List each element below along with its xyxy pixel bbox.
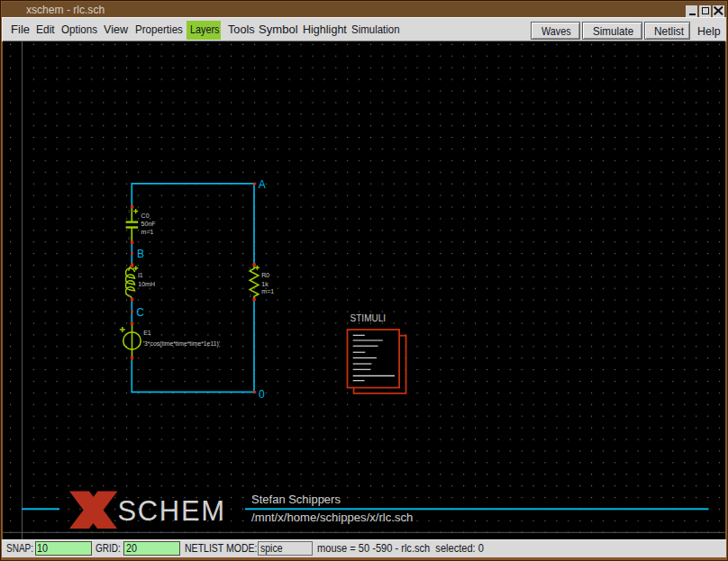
svg-text:SCHEM: SCHEM (117, 495, 225, 527)
svg-text:1k: 1k (261, 281, 268, 287)
svg-text:A: A (259, 178, 266, 191)
svg-text:R0: R0 (261, 272, 269, 278)
svg-text:Stefan Schippers: Stefan Schippers (251, 493, 341, 506)
svg-text:l1: l1 (138, 272, 143, 278)
svg-text:C0: C0 (141, 213, 150, 219)
svg-text:E1: E1 (143, 330, 151, 336)
svg-text:m=1: m=1 (261, 288, 274, 294)
svg-text:B: B (137, 248, 144, 260)
svg-text:STIMULI: STIMULI (350, 313, 386, 323)
svg-text:m=1: m=1 (141, 229, 154, 235)
svg-text:'3*cos(time*time*time*1e11)': '3*cos(time*time*time*1e11)' (143, 340, 220, 348)
svg-text:10mH: 10mH (138, 281, 155, 287)
svg-text:/mnt/x/home/schippes/x/rlc.sch: /mnt/x/home/schippes/x/rlc.sch (251, 511, 413, 524)
svg-text:50nF: 50nF (141, 221, 156, 227)
svg-text:C: C (136, 306, 144, 319)
svg-text:0: 0 (259, 388, 265, 401)
